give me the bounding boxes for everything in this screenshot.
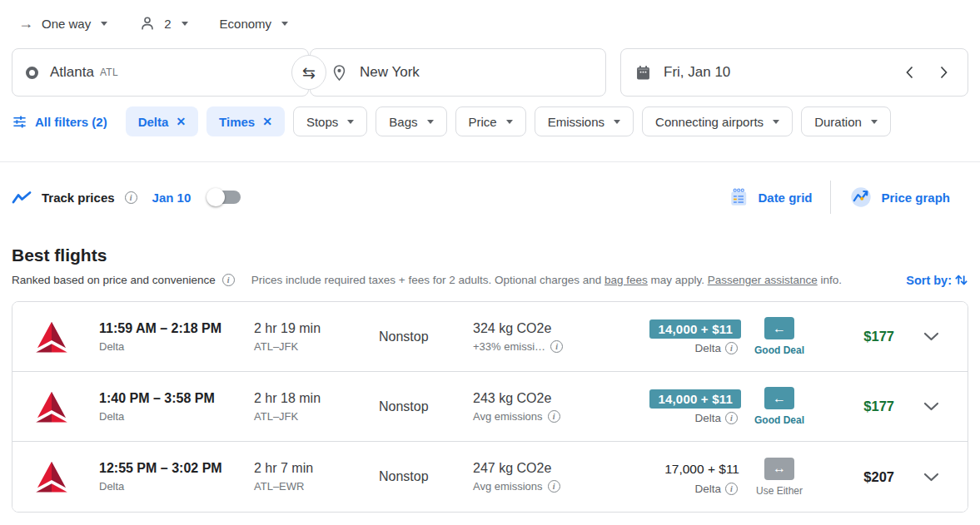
filter-chip-bags[interactable]: Bags: [376, 106, 446, 136]
deal-label: Use Either: [756, 485, 803, 497]
all-filters-label: All filters (2): [35, 115, 107, 129]
selected-date: Fri, Jan 10: [664, 64, 730, 81]
track-prices-info-icon[interactable]: i: [125, 191, 137, 204]
expand-flight-chevron-icon[interactable]: [923, 473, 939, 482]
cabin-class-label: Economy: [220, 17, 272, 31]
chip-label: Delta: [138, 115, 169, 129]
duration-cell: 2 hr 19 min ATL–JFK: [254, 321, 379, 353]
flight-route: ATL–EWR: [254, 480, 379, 493]
passengers-dropdown[interactable]: 2: [139, 15, 187, 32]
best-flights-title: Best flights: [12, 245, 968, 265]
good-deal-arrow-button[interactable]: ←: [764, 387, 794, 409]
deal-label: Good Deal: [754, 414, 804, 426]
chevron-down-icon: [182, 22, 188, 26]
emissions-value: 247 kg CO2e: [473, 461, 616, 476]
disclaimer-text: Prices include required taxes + fees for…: [251, 274, 604, 286]
all-filters-button[interactable]: All filters (2): [12, 114, 107, 130]
tracked-date-label[interactable]: Jan 10: [152, 191, 192, 205]
points-cell: 17,000 + $11 Deltai: [616, 459, 741, 495]
track-prices-toggle[interactable]: [209, 191, 241, 204]
flight-row-2[interactable]: 1:40 PM – 3:58 PM Delta 2 hr 18 min ATL–…: [12, 372, 968, 442]
flight-price: $207: [863, 469, 894, 484]
emissions-info-icon[interactable]: i: [548, 410, 560, 423]
chevron-down-icon: [871, 120, 878, 124]
delta-airline-logo: [34, 319, 99, 354]
emissions-note: Avg emissions: [473, 480, 543, 493]
emissions-cell: 247 kg CO2e Avg emissionsi: [473, 461, 616, 493]
date-nav: [904, 65, 954, 80]
flight-row-1[interactable]: 11:59 AM – 2:18 PM Delta 2 hr 19 min ATL…: [12, 302, 968, 372]
duration-cell: 2 hr 18 min ATL–JFK: [254, 391, 379, 423]
good-deal-arrow-button[interactable]: ←: [764, 317, 794, 339]
bag-fees-link[interactable]: bag fees: [604, 274, 648, 286]
price-graph-icon: [849, 186, 873, 209]
chevron-down-icon: [773, 120, 779, 124]
price-graph-button[interactable]: Price graph: [831, 186, 968, 209]
trip-type-dropdown[interactable]: → One way: [18, 15, 107, 32]
destination-field[interactable]: New York: [310, 48, 606, 97]
stops-cell: Nonstop: [379, 399, 473, 414]
deal-cell: ← Good Deal: [741, 317, 818, 356]
emissions-info-icon[interactable]: i: [550, 340, 563, 353]
points-price-badge[interactable]: 14,000 + $11: [649, 319, 741, 339]
price-cell: $207: [818, 469, 894, 485]
flight-price: $177: [863, 399, 894, 414]
chevron-down-icon: [506, 120, 513, 124]
deal-label: Good Deal: [754, 344, 804, 356]
chevron-down-icon: [427, 120, 434, 124]
deal-cell: ↔ Use Either: [741, 458, 818, 497]
swap-origin-destination-button[interactable]: ⇆: [291, 55, 326, 90]
airline-name: Delta: [99, 410, 254, 423]
filter-chip-stops[interactable]: Stops: [293, 106, 367, 136]
sort-by-label: Sort by:: [906, 274, 952, 287]
emissions-info-icon[interactable]: i: [548, 480, 560, 493]
toggle-knob: [206, 188, 225, 206]
disclaimer-text: may apply.: [648, 274, 708, 286]
chip-label: Emissions: [548, 115, 604, 129]
use-either-arrow-button[interactable]: ↔: [764, 458, 794, 480]
sort-arrows-icon: [954, 273, 968, 287]
google-flights-results-page: → One way 2 Economy Atlanta ATL ⇆ Ne: [0, 0, 980, 513]
remove-times-filter-icon[interactable]: ✕: [262, 116, 272, 127]
chip-label: Connecting airports: [655, 115, 764, 129]
filter-chip-connecting-airports[interactable]: Connecting airports: [642, 106, 793, 136]
sort-by-button[interactable]: Sort by:: [906, 273, 968, 287]
filter-chip-delta[interactable]: Delta ✕: [126, 106, 198, 136]
destination-city: New York: [360, 64, 420, 81]
previous-date-icon[interactable]: [904, 65, 915, 80]
chip-label: Duration: [814, 115, 862, 129]
emissions-cell: 243 kg CO2e Avg emissionsi: [473, 391, 616, 423]
ranked-info-icon[interactable]: i: [222, 274, 235, 286]
filter-chip-duration[interactable]: Duration: [801, 106, 891, 136]
next-date-icon[interactable]: [938, 65, 949, 80]
delta-airline-logo: [34, 459, 99, 494]
points-info-icon[interactable]: i: [725, 342, 738, 354]
stops-cell: Nonstop: [379, 329, 473, 344]
points-price-badge[interactable]: 14,000 + $11: [649, 389, 741, 409]
points-info-icon[interactable]: i: [725, 412, 738, 424]
filter-chip-emissions[interactable]: Emissions: [535, 106, 634, 136]
origin-field[interactable]: Atlanta ATL: [12, 48, 309, 97]
filter-chip-times[interactable]: Times ✕: [206, 106, 285, 136]
flight-duration: 2 hr 19 min: [254, 321, 379, 336]
filter-bar: All filters (2) Delta ✕ Times ✕ Stops Ba…: [12, 106, 968, 136]
emissions-cell: 324 kg CO2e +33% emissi…i: [473, 321, 616, 353]
stops-label: Nonstop: [379, 469, 473, 484]
tune-filters-icon: [12, 114, 27, 130]
expand-flight-chevron-icon[interactable]: [923, 332, 939, 341]
expand-cell: [894, 402, 968, 411]
expand-cell: [894, 332, 968, 341]
chevron-down-icon: [614, 120, 620, 124]
chip-label: Times: [219, 115, 255, 129]
date-grid-label: Date grid: [758, 191, 812, 205]
flight-row-3[interactable]: 12:55 PM – 3:02 PM Delta 2 hr 7 min ATL–…: [12, 442, 968, 512]
remove-delta-filter-icon[interactable]: ✕: [176, 116, 186, 127]
date-field[interactable]: Fri, Jan 10: [620, 48, 968, 97]
chip-label: Bags: [389, 115, 417, 129]
passenger-assistance-link[interactable]: Passenger assistance: [708, 274, 818, 286]
filter-chip-price[interactable]: Price: [455, 106, 526, 136]
points-info-icon[interactable]: i: [725, 483, 738, 495]
cabin-class-dropdown[interactable]: Economy: [220, 17, 289, 31]
date-grid-button[interactable]: Date grid: [709, 186, 830, 208]
expand-flight-chevron-icon[interactable]: [923, 402, 939, 411]
